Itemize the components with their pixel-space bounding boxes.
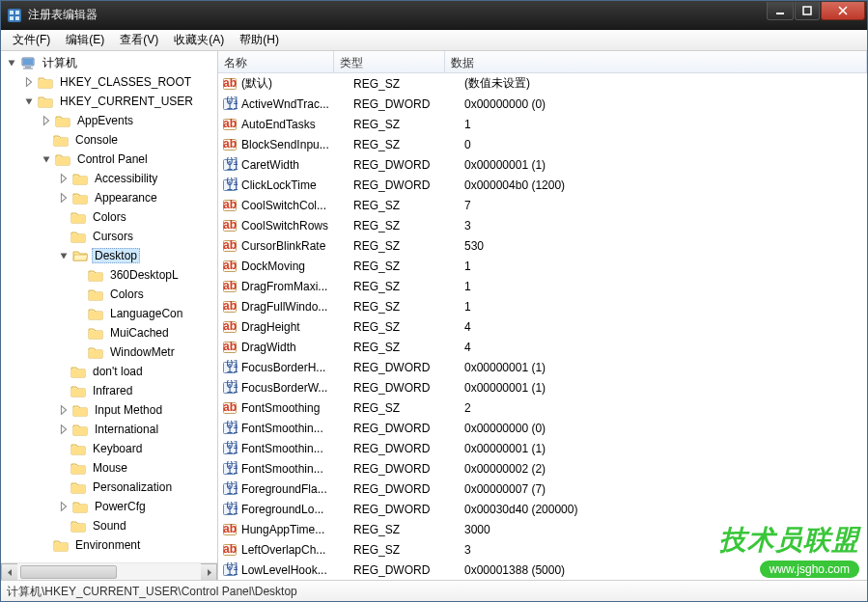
expand-toggle[interactable] xyxy=(22,75,36,89)
string-value-icon xyxy=(222,76,238,92)
menu-view[interactable]: 查看(V) xyxy=(112,29,166,51)
menu-favorites[interactable]: 收藏夹(A) xyxy=(166,29,232,51)
tree-node-colors[interactable]: Colors xyxy=(53,207,217,227)
list-row[interactable]: FontSmoothin...REG_DWORD0x00000002 (2) xyxy=(218,458,867,479)
list-row[interactable]: ForegroundLo...REG_DWORD0x00030d40 (2000… xyxy=(218,499,867,519)
list-row[interactable]: CoolSwitchCol...REG_SZ7 xyxy=(218,195,867,215)
expand-toggle[interactable] xyxy=(22,95,36,108)
expand-toggle[interactable] xyxy=(57,423,70,436)
menu-file[interactable]: 文件(F) xyxy=(5,29,58,51)
value-data: 530 xyxy=(464,239,867,253)
tree-label: HKEY_CURRENT_USER xyxy=(57,95,196,108)
list-body[interactable]: (默认)REG_SZ(数值未设置)ActiveWndTrac...REG_DWO… xyxy=(218,73,867,580)
list-row[interactable]: ActiveWndTrac...REG_DWORD0x00000000 (0) xyxy=(218,94,867,114)
tree-node-accessibility[interactable]: Accessibility xyxy=(53,169,217,188)
list-row[interactable]: FocusBorderH...REG_DWORD0x00000001 (1) xyxy=(218,357,867,377)
list-row[interactable]: DragWidthREG_SZ4 xyxy=(218,337,867,357)
expand-toggle[interactable] xyxy=(57,172,70,185)
value-data: 1 xyxy=(464,280,867,293)
tree-node-appearance[interactable]: Appearance xyxy=(53,188,217,207)
scroll-left-button[interactable] xyxy=(1,563,17,580)
tree-node-computer[interactable]: 计算机 xyxy=(1,53,217,72)
list-row[interactable]: AutoEndTasksREG_SZ1 xyxy=(218,114,867,134)
tree-node-inputmethod[interactable]: Input Method xyxy=(53,400,217,420)
close-button[interactable] xyxy=(821,2,865,20)
tree-node-languagecon[interactable]: LanguageCon xyxy=(70,304,217,323)
expand-toggle[interactable] xyxy=(57,403,70,417)
tree-label: MuiCached xyxy=(107,326,172,340)
list-row[interactable]: DragHeightREG_SZ4 xyxy=(218,316,867,337)
list-row[interactable]: LowLevelHook...REG_DWORD0x00001388 (5000… xyxy=(218,560,867,580)
tree-node-hkcr[interactable]: HKEY_CLASSES_ROOT xyxy=(18,72,217,92)
maximize-button[interactable] xyxy=(795,2,820,20)
tree-node-hkcu[interactable]: HKEY_CURRENT_USER xyxy=(18,92,217,111)
tree-node-keyboard[interactable]: Keyboard xyxy=(53,439,217,458)
folder-icon xyxy=(72,402,88,418)
list-row[interactable]: FontSmoothin...REG_DWORD0x00000001 (1) xyxy=(218,438,867,458)
list-row[interactable]: CursorBlinkRateREG_SZ530 xyxy=(218,235,867,256)
tree-node-360desktop[interactable]: 360DesktopL xyxy=(70,265,217,285)
menu-edit[interactable]: 编辑(E) xyxy=(58,29,112,51)
list-row[interactable]: CaretWidthREG_DWORD0x00000001 (1) xyxy=(218,154,867,175)
value-type: REG_SZ xyxy=(353,138,464,151)
minimize-button[interactable] xyxy=(767,2,794,20)
list-row[interactable]: ClickLockTimeREG_DWORD0x000004b0 (1200) xyxy=(218,175,867,195)
list-row[interactable]: DragFromMaxi...REG_SZ1 xyxy=(218,276,867,296)
list-header: 名称 类型 数据 xyxy=(218,51,867,73)
list-row[interactable]: HungAppTime...REG_SZ3000 xyxy=(218,519,867,539)
tree-horizontal-scrollbar[interactable] xyxy=(1,562,217,580)
column-header-name[interactable]: 名称 xyxy=(218,51,334,72)
menu-help[interactable]: 帮助(H) xyxy=(232,29,287,51)
value-type: REG_DWORD xyxy=(353,563,464,577)
tree-node-cursors[interactable]: Cursors xyxy=(53,227,217,246)
list-row[interactable]: (默认)REG_SZ(数值未设置) xyxy=(218,73,867,94)
tree-node-appevents[interactable]: AppEvents xyxy=(36,111,217,130)
expand-toggle[interactable] xyxy=(57,249,70,262)
value-type: REG_SZ xyxy=(353,280,464,293)
value-type: REG_SZ xyxy=(353,401,464,415)
tree-node-personalization[interactable]: Personalization xyxy=(53,478,217,497)
tree-node-desk-colors[interactable]: Colors xyxy=(70,285,217,304)
tree-node-sound[interactable]: Sound xyxy=(53,516,217,535)
list-row[interactable]: BlockSendInpu...REG_SZ0 xyxy=(218,134,867,154)
tree-node-international[interactable]: International xyxy=(53,420,217,439)
tree-node-powercfg[interactable]: PowerCfg xyxy=(53,497,217,516)
tree-node-muicached[interactable]: MuiCached xyxy=(70,323,217,342)
expand-toggle[interactable] xyxy=(5,56,18,69)
list-row[interactable]: CoolSwitchRowsREG_SZ3 xyxy=(218,215,867,235)
title-bar[interactable]: 注册表编辑器 xyxy=(1,1,867,30)
value-data: 0 xyxy=(464,138,867,151)
tree-label: Appearance xyxy=(92,191,160,205)
value-type: REG_SZ xyxy=(353,239,464,253)
expand-toggle[interactable] xyxy=(40,152,53,166)
value-name: ForegroundLo... xyxy=(241,503,353,516)
value-name: HungAppTime... xyxy=(241,523,353,536)
scroll-thumb[interactable] xyxy=(20,565,117,579)
list-row[interactable]: FocusBorderW...REG_DWORD0x00000001 (1) xyxy=(218,377,867,397)
tree-node-environment[interactable]: Environment xyxy=(36,535,217,555)
column-header-data[interactable]: 数据 xyxy=(445,51,867,72)
tree-node-infrared[interactable]: Infrared xyxy=(53,381,217,400)
tree-label: Environment xyxy=(72,538,143,552)
column-header-type[interactable]: 类型 xyxy=(334,51,445,72)
expand-toggle[interactable] xyxy=(57,191,70,205)
tree-scroll[interactable]: 计算机 HKEY_CLASSES_ROOT HKEY_CURRENT_USER … xyxy=(1,51,217,562)
tree-node-mouse[interactable]: Mouse xyxy=(53,458,217,478)
tree-node-dontload[interactable]: don't load xyxy=(53,362,217,381)
tree-node-controlpanel[interactable]: Control Panel xyxy=(36,150,217,169)
list-row[interactable]: FontSmoothingREG_SZ2 xyxy=(218,397,867,418)
expand-toggle[interactable] xyxy=(40,114,53,127)
list-row[interactable]: FontSmoothin...REG_DWORD0x00000000 (0) xyxy=(218,418,867,438)
value-data: 0x00030d40 (200000) xyxy=(464,503,867,516)
scroll-right-button[interactable] xyxy=(201,563,217,580)
value-data: 1 xyxy=(464,118,867,131)
list-row[interactable]: ForegroundFla...REG_DWORD0x00000007 (7) xyxy=(218,479,867,499)
list-row[interactable]: LeftOverlapCh...REG_SZ3 xyxy=(218,539,867,560)
expand-toggle[interactable] xyxy=(57,500,70,513)
tree-node-console[interactable]: Console xyxy=(36,130,217,150)
value-type: REG_DWORD xyxy=(353,442,464,455)
list-row[interactable]: DockMovingREG_SZ1 xyxy=(218,256,867,276)
tree-node-windowmetr[interactable]: WindowMetr xyxy=(70,342,217,362)
list-row[interactable]: DragFullWindo...REG_SZ1 xyxy=(218,296,867,316)
tree-node-desktop[interactable]: Desktop xyxy=(53,246,217,265)
